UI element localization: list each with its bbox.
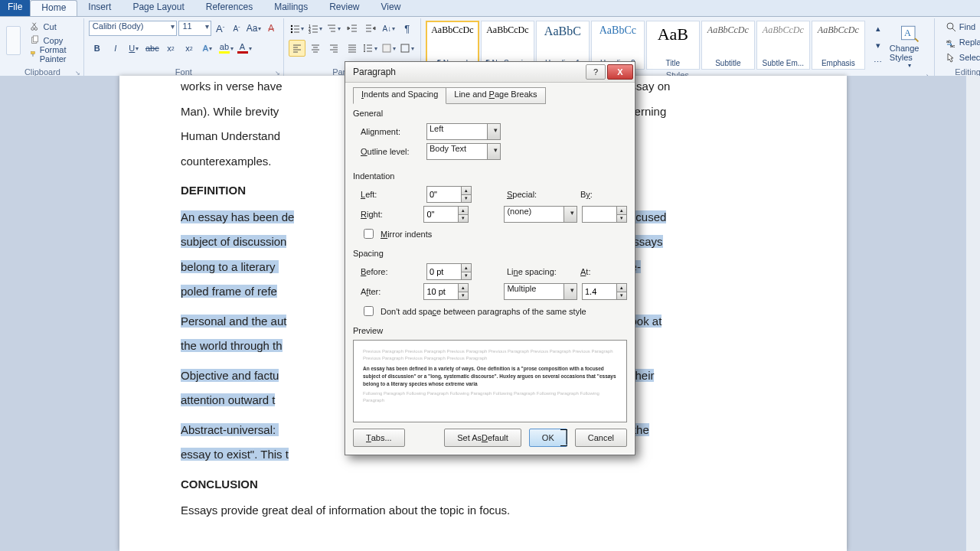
tab-mailings[interactable]: Mailings — [263, 0, 318, 16]
font-color-icon[interactable]: A — [236, 40, 253, 57]
group-editing: Find▾ abacReplace Select▾ Editing — [935, 18, 980, 78]
shrink-font-icon[interactable]: Aˇ — [229, 20, 243, 37]
svg-text:ac: ac — [950, 44, 955, 47]
svg-point-6 — [291, 25, 292, 27]
replace-button[interactable]: abacReplace — [942, 35, 980, 49]
shading-icon[interactable] — [381, 40, 397, 57]
show-marks-icon[interactable]: ¶ — [399, 20, 416, 37]
paste-button[interactable] — [6, 26, 21, 55]
svg-point-7 — [291, 28, 292, 30]
tab-review[interactable]: Review — [318, 0, 370, 16]
tab-view[interactable]: View — [371, 0, 412, 16]
align-left-icon[interactable] — [289, 40, 305, 57]
svg-point-16 — [947, 23, 953, 29]
subscript-icon[interactable]: x2 — [162, 40, 179, 57]
dialog-title: Paragraph — [353, 67, 584, 77]
tab-page-layout[interactable]: Page Layout — [122, 0, 194, 16]
svg-text:A: A — [904, 28, 911, 38]
group-font: Calibri (Body) 11 Aˆ Aˇ Aa A̶ B I U abc … — [84, 18, 284, 78]
style-emphasis[interactable]: AaBbCcDcEmphasis — [812, 21, 865, 70]
bullets-icon[interactable] — [289, 20, 305, 37]
svg-rect-12 — [383, 44, 390, 52]
bold-icon[interactable]: B — [89, 40, 106, 57]
align-justify-icon[interactable] — [344, 40, 361, 57]
tab-insert[interactable]: Insert — [77, 0, 122, 16]
change-case-icon[interactable]: Aa — [246, 20, 263, 37]
tab-file[interactable]: File — [0, 0, 30, 16]
styles-scroll-up-icon[interactable]: ▴ — [870, 20, 887, 37]
align-right-icon[interactable] — [325, 40, 342, 57]
sort-icon[interactable]: A↓ — [381, 20, 397, 37]
help-icon[interactable]: ? — [586, 64, 606, 79]
multilevel-icon[interactable] — [325, 20, 342, 37]
styles-scroll-down-icon[interactable]: ▾ — [870, 37, 887, 54]
vertical-scrollbar[interactable] — [965, 76, 980, 79]
style-subtle-em---[interactable]: AaBbCcDcSubtle Em... — [756, 21, 810, 70]
grow-font-icon[interactable]: Aˆ — [213, 20, 227, 37]
underline-icon[interactable]: U — [126, 40, 142, 57]
borders-icon[interactable] — [399, 40, 416, 57]
svg-rect-13 — [401, 44, 409, 52]
font-name-combo[interactable]: Calibri (Body) — [89, 21, 178, 36]
dialog-titlebar[interactable]: Paragraph ? X — [345, 62, 635, 79]
style-title[interactable]: AaBTitle — [646, 21, 700, 70]
superscript-icon[interactable]: x2 — [181, 40, 198, 57]
svg-rect-5 — [32, 54, 33, 56]
svg-rect-3 — [33, 36, 38, 42]
indent-icon[interactable] — [362, 20, 379, 37]
numbering-icon[interactable]: 123 — [307, 20, 324, 37]
italic-icon[interactable]: I — [107, 40, 124, 57]
text-effects-icon[interactable]: A — [199, 40, 216, 57]
cut-button[interactable]: Cut — [27, 20, 79, 34]
select-button[interactable]: Select▾ — [942, 51, 980, 64]
font-size-combo[interactable]: 11 — [178, 21, 211, 36]
svg-point-8 — [291, 31, 292, 33]
outdent-icon[interactable] — [344, 20, 361, 37]
group-clipboard: Cut Copy Format Painter Clipboard — [2, 18, 84, 78]
tab-home[interactable]: Home — [30, 0, 77, 16]
paragraph-dialog: Paragraph ? X IIndents and Spacingndents… — [345, 61, 635, 79]
ribbon-tabs: File Home Insert Page Layout References … — [0, 0, 980, 17]
svg-point-0 — [31, 28, 34, 31]
tab-references[interactable]: References — [195, 0, 263, 16]
change-styles-button[interactable]: A Change Styles▾ — [890, 22, 929, 69]
find-button[interactable]: Find▾ — [942, 20, 980, 34]
svg-rect-4 — [31, 52, 34, 54]
style-subtitle[interactable]: AaBbCcDcSubtitle — [701, 21, 755, 70]
styles-expand-icon[interactable]: ⋯ — [870, 54, 887, 70]
highlight-icon[interactable]: ab — [217, 40, 234, 57]
strike-icon[interactable]: abc — [144, 40, 161, 57]
align-center-icon[interactable] — [307, 40, 324, 57]
close-icon[interactable]: X — [607, 64, 633, 79]
clear-format-icon[interactable]: A̶ — [263, 20, 278, 37]
format-painter-button[interactable]: Format Painter — [27, 47, 79, 61]
line-spacing-icon[interactable] — [362, 40, 379, 57]
svg-point-1 — [34, 28, 38, 31]
svg-text:3: 3 — [309, 30, 311, 34]
